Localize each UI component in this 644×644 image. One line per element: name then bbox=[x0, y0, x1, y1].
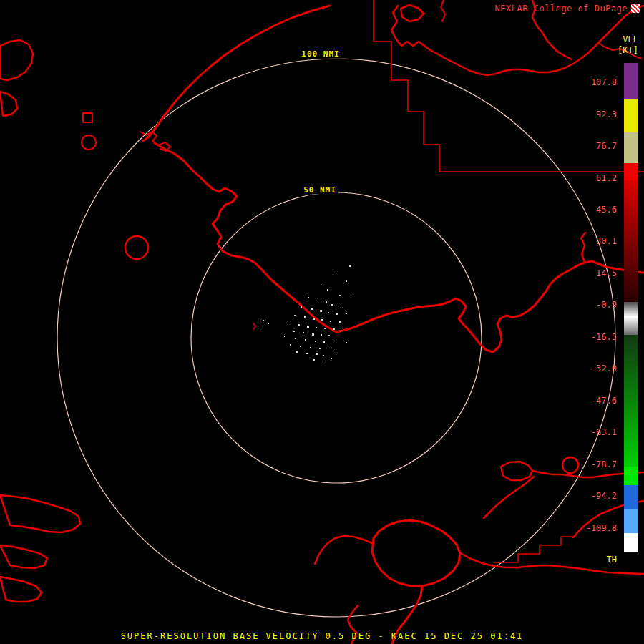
brand-text: NEXLAB-College of DuPage bbox=[495, 4, 628, 14]
colorbar-segment bbox=[624, 533, 638, 552]
radar-map-svg[interactable] bbox=[0, 0, 644, 644]
product-title: SUPER-RESOLUTION BASE VELOCITY 0.5 DEG -… bbox=[0, 631, 644, 641]
colorbar-segment bbox=[624, 63, 638, 99]
colorbar-segment bbox=[624, 467, 638, 485]
colorbar-title: VEL [KT] bbox=[618, 34, 638, 56]
colorbar-segment bbox=[624, 163, 638, 180]
colorbar-segment bbox=[624, 132, 638, 163]
colorbar-segment bbox=[624, 302, 638, 335]
colorbar-title-label: VEL bbox=[618, 34, 638, 45]
colorbar-segment bbox=[624, 335, 638, 467]
velocity-colorbar bbox=[624, 63, 638, 552]
colorbar-segment bbox=[624, 180, 638, 302]
radar-viewer: 107.892.376.761.245.630.114.5-0.9-16.5-3… bbox=[0, 0, 644, 644]
brand-header: NEXLAB-College of DuPage bbox=[495, 4, 640, 14]
colorbar-segment bbox=[624, 99, 638, 132]
colorbar-segment bbox=[624, 485, 638, 509]
range-ring-label: 100 NMI bbox=[299, 49, 341, 59]
dupage-logo-icon bbox=[631, 4, 640, 13]
colorbar-segment bbox=[624, 509, 638, 533]
range-ring-label: 50 NMI bbox=[301, 185, 338, 195]
colorbar-unit-label: [KT] bbox=[618, 45, 638, 56]
